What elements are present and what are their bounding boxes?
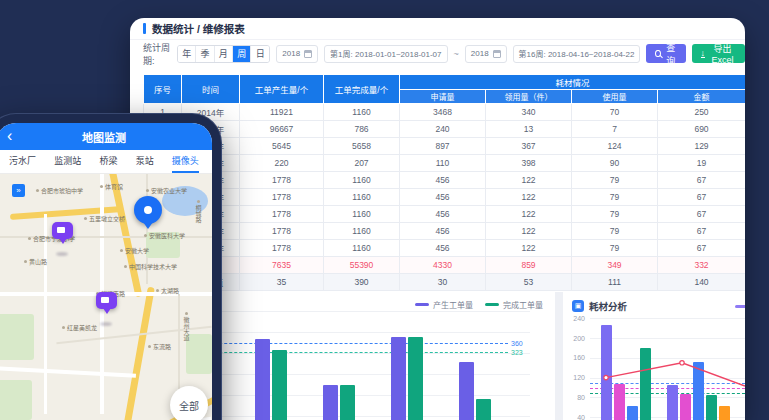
period-option[interactable]: 月 (215, 46, 233, 62)
map-label: 安徽大学 (120, 246, 149, 255)
start-year-select[interactable]: 2018 (276, 45, 318, 63)
end-week-select[interactable]: 第16周: 2018-04-16~2018-04-22 (513, 45, 641, 63)
poi-dot (36, 189, 39, 192)
bar (255, 339, 270, 420)
table-cell: 456 (400, 240, 486, 257)
export-excel-button[interactable]: ↓ 导出Excel (692, 44, 745, 63)
map-label: 黄山路 (24, 257, 47, 266)
table-cell: 122 (486, 172, 572, 189)
table-cell: 90 (572, 155, 658, 172)
poi-dot (197, 200, 200, 203)
table-cell: 129 (658, 138, 746, 155)
phone-tab-bar: 污水厂监测站桥梁泵站摄像头 (0, 150, 212, 174)
poi-dot (144, 234, 147, 237)
table-cell: 340 (486, 104, 572, 121)
legend-item: 完成工单量 (485, 299, 543, 310)
grid-line (590, 378, 745, 379)
map-label-text: 桐城路 (194, 205, 203, 223)
sub-column-header: 领用量（件） (486, 90, 572, 104)
axis-tick: 40 (567, 414, 585, 420)
table-cell: 207 (324, 155, 400, 172)
query-button[interactable]: 查询 (646, 44, 685, 63)
table-cell: 1778 (240, 189, 324, 206)
poi-dot (124, 265, 127, 268)
map-label: 东流路 (148, 342, 171, 351)
phone-tab-污水厂[interactable]: 污水厂 (9, 150, 36, 173)
map-label: 徽州大道 (182, 312, 191, 341)
table-cell: 140 (658, 274, 746, 291)
table-cell: 390 (324, 274, 400, 291)
bar (719, 406, 730, 420)
table-cell: 67 (658, 172, 746, 189)
table-cell: 67 (658, 206, 746, 223)
table-cell: 240 (400, 121, 486, 138)
poi-dot (146, 189, 149, 192)
range-separator: ~ (454, 49, 459, 59)
table-cell: 96667 (240, 121, 324, 138)
total-row: 合计7635553904330859349332 (144, 257, 746, 274)
table-cell: 11921 (240, 104, 324, 121)
end-week-value: 第16周: 2018-04-16~2018-04-22 (519, 48, 635, 59)
camera-marker[interactable] (52, 222, 73, 239)
phone-tab-桥梁[interactable]: 桥梁 (99, 150, 117, 173)
table-cell: 1160 (324, 172, 400, 189)
period-option[interactable]: 年 (178, 46, 196, 62)
table-cell: 897 (400, 138, 486, 155)
table-cell: 4330 (400, 257, 486, 274)
table-row: 62019年177811604561227967 (144, 189, 746, 206)
grid-line (590, 358, 745, 359)
period-label: 统计周期: (143, 41, 171, 67)
table-cell: 1160 (324, 189, 400, 206)
table-row: 42017年2202071103989019 (144, 155, 746, 172)
start-year-value: 2018 (282, 49, 300, 58)
camera-marker[interactable] (96, 292, 117, 309)
reference-label: 360 (511, 340, 523, 347)
poi-dot (24, 260, 27, 263)
sub-column-header: 使用量 (572, 90, 658, 104)
all-filter-button[interactable]: 全部 (170, 386, 208, 420)
period-option[interactable]: 周 (233, 46, 251, 62)
table-cell: 786 (324, 121, 400, 138)
filter-bar: 统计周期: 年季月周日 2018 第1周: 2018-01-01~2018-01… (130, 40, 745, 67)
phone-tab-监测站[interactable]: 监测站 (54, 150, 81, 173)
period-option[interactable]: 日 (251, 46, 269, 62)
start-week-value: 第1周: 2018-01-01~2018-01-07 (330, 48, 441, 59)
expand-icon[interactable]: » (12, 184, 25, 197)
map-label-text: 徽州大道 (182, 317, 191, 341)
table-cell: 13 (486, 121, 572, 138)
table-cell: 367 (486, 138, 572, 155)
phone-mockup: ‹ 地图监测 污水厂监测站桥梁泵站摄像头 体育馆安徽农业大学合肥市琥珀中学桐城路… (0, 113, 222, 420)
map-view[interactable]: 体育馆安徽农业大学合肥市琥珀中学桐城路五里墩立交桥安徽医科大学合肥市宁溪小学安徽… (0, 174, 212, 420)
end-year-select[interactable]: 2018 (465, 45, 507, 63)
sub-column-header: 金额 (658, 90, 746, 104)
selected-pin[interactable] (134, 196, 162, 224)
phone-tab-摄像头[interactable]: 摄像头 (172, 150, 199, 173)
table-cell: 3468 (400, 104, 486, 121)
phone-tab-泵站[interactable]: 泵站 (136, 150, 154, 173)
table-row: 32016年56455658897367124129 (144, 138, 746, 155)
dashboard-panel: 数据统计 / 维修报表 统计周期: 年季月周日 2018 第1周: 2018-0… (130, 18, 745, 420)
table-cell: 70 (572, 104, 658, 121)
chart-legend: 产生工单量完成工单量 (415, 299, 543, 310)
back-icon[interactable]: ‹ (7, 124, 12, 148)
table-cell: 79 (572, 189, 658, 206)
consumables-chart: ▣ 耗材分析 2402001601208040 (563, 292, 745, 420)
poi-dot (100, 185, 103, 188)
table-cell: 122 (486, 189, 572, 206)
chart-icon: ▣ (572, 300, 584, 312)
table-cell: 1160 (324, 223, 400, 240)
search-icon (655, 50, 660, 57)
period-option[interactable]: 季 (196, 46, 214, 62)
calendar-icon (493, 50, 501, 58)
map-label: 红星美凯龙 (62, 323, 97, 332)
poi-dot (84, 217, 87, 220)
table-cell: 250 (658, 104, 746, 121)
bar (408, 337, 423, 420)
map-label-text: 体育馆 (105, 182, 123, 191)
breadcrumb-row: 数据统计 / 维修报表 (130, 18, 745, 40)
table-cell: 67 (658, 189, 746, 206)
table-cell: 67 (658, 223, 746, 240)
start-week-select[interactable]: 第1周: 2018-01-01~2018-01-07 (324, 45, 447, 63)
table-cell: 79 (572, 223, 658, 240)
bar (272, 350, 287, 420)
